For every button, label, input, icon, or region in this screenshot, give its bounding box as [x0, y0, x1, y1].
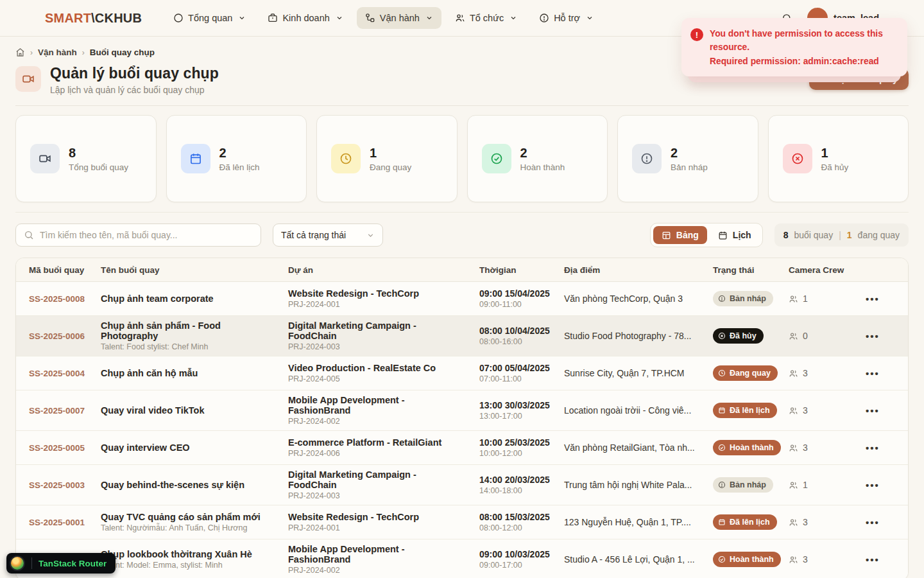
table-header-row: Mã buổi quay Tên buổi quay Dự án Thờigia…: [16, 258, 908, 282]
table-row[interactable]: SS-2025-0005 Quay interview CEO E-commer…: [16, 431, 908, 465]
status-label: Đã hủy: [730, 331, 757, 340]
app-logo[interactable]: SMART\CKHUB: [45, 11, 142, 26]
table-row[interactable]: SS-2025-0001 Quay TVC quảng cáo sản phẩm…: [16, 505, 908, 539]
session-code[interactable]: SS-2025-0003: [22, 476, 94, 495]
clock-icon: [331, 144, 361, 173]
session-talent: Talent: Model: Emma, stylist: Minh: [101, 561, 275, 570]
view-calendar-button[interactable]: Lịch: [710, 226, 760, 244]
status-badge: Đã lên lịch: [713, 514, 777, 530]
active-count: 1: [847, 230, 852, 240]
toast-line-1: You don't have permission to access this…: [710, 27, 897, 55]
alert-circle-icon: [539, 13, 549, 23]
nav-label: Tổ chức: [470, 13, 504, 23]
session-time-range: 14:00-18:00: [479, 486, 551, 495]
nav-item-tong-quan[interactable]: Tổng quan: [165, 7, 254, 29]
status-filter-value: Tất cả trạng thái: [281, 230, 346, 240]
session-code[interactable]: SS-2025-0006: [22, 327, 94, 346]
col-header-code: Mã buổi quay: [22, 265, 94, 275]
stats-row: 8Tổng buổi quay 2Đã lên lịch 1Đang quay …: [15, 106, 909, 213]
nav-item-van-hanh[interactable]: Vận hành: [357, 7, 441, 29]
search-input[interactable]: [40, 230, 253, 240]
row-actions-button[interactable]: •••: [844, 438, 902, 458]
row-actions-button[interactable]: •••: [844, 401, 902, 421]
table-row[interactable]: SS-2025-0002 Chụp lookbook thờitrang Xuâ…: [16, 539, 908, 578]
breadcrumb-separator: ›: [82, 48, 85, 57]
nav-item-to-chuc[interactable]: Tổ chức: [447, 7, 526, 29]
stat-label: Bản nháp: [671, 162, 708, 172]
summary-separator: |: [839, 230, 841, 240]
tanstack-logo-icon: [10, 556, 25, 571]
sessions-table: Mã buổi quay Tên buổi quay Dự án Thờigia…: [15, 258, 909, 578]
session-code[interactable]: SS-2025-0008: [22, 290, 94, 308]
session-code[interactable]: SS-2025-0001: [22, 513, 94, 532]
row-actions-button[interactable]: •••: [844, 550, 902, 570]
session-time: 07:00 05/04/2025: [479, 363, 551, 373]
nav-item-kinh-doanh[interactable]: Kinh doanh: [259, 7, 351, 29]
stat-label: Hoàn thành: [520, 162, 565, 172]
nav-label: Vận hành: [380, 13, 420, 23]
nav-label: Hỗ trợ: [554, 13, 580, 23]
table-row[interactable]: SS-2025-0007 Quay viral video TikTok Mob…: [16, 390, 908, 431]
session-code[interactable]: SS-2025-0005: [22, 439, 94, 457]
crew-number: 1: [803, 293, 808, 304]
session-name: Quay viral video TikTok: [101, 405, 275, 416]
crew-number: 1: [803, 480, 808, 490]
status-badge: Bản nháp: [713, 477, 773, 493]
session-location: Văn phòng RetailGiant, Tòa nh...: [558, 438, 706, 457]
col-header-project: Dự án: [282, 265, 473, 275]
view-table-button[interactable]: Bảng: [653, 226, 707, 244]
session-time: 09:00 15/04/2025: [479, 288, 551, 299]
tanstack-router-devtools-badge[interactable]: TanStack Router: [6, 553, 116, 574]
status-filter-select[interactable]: Tất cả trạng thái: [273, 223, 383, 247]
status-badge: Đang quay: [713, 365, 778, 381]
session-code[interactable]: SS-2025-0007: [22, 401, 94, 420]
session-location: Location ngoài trờii - Công viê...: [558, 401, 706, 420]
chevron-down-icon: [366, 231, 375, 240]
status-label: Đã lên lịch: [730, 406, 770, 415]
table-row[interactable]: SS-2025-0006 Chụp ảnh sản phẩm - Food Ph…: [16, 316, 908, 356]
crew-count: 1: [782, 289, 844, 308]
session-location: Studio A - 456 Lê Lợi, Quận 1, ...: [558, 550, 706, 569]
stat-label: Tổng buổi quay: [69, 162, 128, 172]
stat-card-cancelled[interactable]: 1Đã hủy: [768, 115, 909, 202]
tanstack-router-label: TanStack Router: [38, 559, 107, 568]
stat-card-draft[interactable]: 2Bản nháp: [617, 115, 758, 202]
stat-card-recording[interactable]: 1Đang quay: [316, 115, 458, 202]
row-actions-button[interactable]: •••: [844, 363, 902, 383]
session-name: Chụp lookbook thờitrang Xuân Hè: [101, 549, 275, 559]
session-code[interactable]: SS-2025-0004: [22, 364, 94, 383]
alert-circle-icon: [632, 144, 662, 173]
row-actions-button[interactable]: •••: [844, 326, 902, 346]
project-name: Mobile App Development - FashionBrand: [288, 395, 466, 416]
table-row[interactable]: SS-2025-0004 Chụp ảnh căn hộ mẫu Video P…: [16, 356, 908, 390]
session-location: Văn phòng TechCorp, Quận 3: [558, 289, 706, 308]
permission-error-toast[interactable]: ! You don't have permission to access th…: [681, 18, 907, 76]
chevron-down-icon: [238, 14, 246, 22]
project-code: PRJ-2024-003: [288, 491, 466, 500]
row-actions-button[interactable]: •••: [844, 512, 902, 532]
session-time: 08:00 10/04/2025: [479, 326, 551, 336]
project-code: PRJ-2024-003: [288, 342, 466, 351]
nav-item-ho-tro[interactable]: Hỗ trợ: [531, 7, 602, 29]
session-location: Studio Food Photography - 78...: [558, 326, 706, 346]
table-row[interactable]: SS-2025-0008 Chụp ảnh team corporate Web…: [16, 282, 908, 316]
breadcrumb-van-hanh[interactable]: Vận hành: [38, 48, 77, 57]
stat-card-scheduled[interactable]: 2Đã lên lịch: [166, 115, 307, 202]
table-icon: [662, 231, 671, 240]
session-time-range: 09:00-11:00: [479, 300, 551, 309]
briefcase-icon: [268, 13, 278, 23]
session-name: Chụp ảnh căn hộ mẫu: [101, 368, 275, 378]
stat-card-total[interactable]: 8Tổng buổi quay: [15, 115, 157, 202]
view-table-label: Bảng: [676, 230, 699, 240]
table-row[interactable]: SS-2025-0003 Quay behind-the-scenes sự k…: [16, 465, 908, 505]
home-icon[interactable]: [15, 48, 25, 57]
project-name: Digital Marketing Campaign - FoodChain: [288, 469, 466, 490]
row-actions-button[interactable]: •••: [844, 289, 902, 309]
stat-card-completed[interactable]: 2Hoàn thành: [467, 115, 608, 202]
chevron-down-icon: [336, 14, 343, 22]
total-count: 8: [783, 230, 789, 240]
session-time-range: 13:00-17:00: [479, 412, 551, 421]
row-actions-button[interactable]: •••: [844, 475, 902, 495]
session-location: Sunrise City, Quận 7, TP.HCM: [558, 363, 706, 383]
project-code: PRJ-2024-005: [288, 374, 466, 383]
